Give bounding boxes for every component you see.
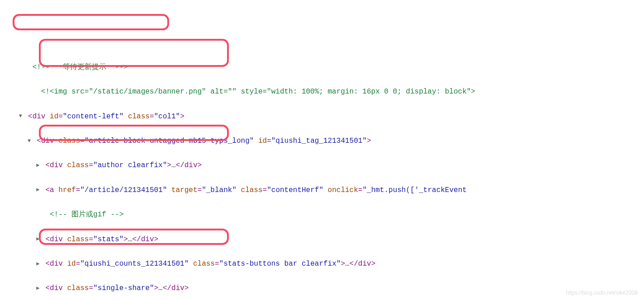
code-line: <!-- 图片或gif -->	[0, 209, 644, 221]
code-line[interactable]: <div class="article block untagged mb15 …	[0, 135, 644, 147]
expand-arrow[interactable]	[35, 259, 41, 268]
code-line[interactable]: <div class="stats">…</div>	[0, 234, 644, 246]
code-line-content-left[interactable]: <div id="content-left" class="col1">	[0, 111, 644, 123]
dom-tree: <!-- 等待更新提示 --> <!<img src="/static/imag…	[0, 49, 644, 300]
code-line[interactable]: <div id="qiushi_counts_121341501" class=…	[0, 258, 644, 270]
expand-arrow[interactable]	[17, 112, 24, 121]
expand-arrow[interactable]	[35, 185, 41, 194]
expand-arrow[interactable]	[35, 284, 41, 293]
expand-arrow[interactable]	[26, 136, 33, 145]
expand-arrow[interactable]	[35, 234, 41, 244]
code-line: <!<img src="/static/images/banner.png" a…	[0, 86, 644, 98]
code-line[interactable]: <div class="single-share">…</div>	[0, 282, 644, 295]
code-line-article-link-1[interactable]: <a href="/article/121341501" target="_bl…	[0, 184, 644, 197]
code-line: <!-- 等待更新提示 -->	[0, 61, 644, 74]
highlight-annotation	[13, 14, 169, 30]
code-line[interactable]: <div class="author clearfix">…</div>	[0, 159, 644, 172]
expand-arrow[interactable]	[35, 161, 41, 170]
watermark: https://blog.csdn.net/sike2008	[566, 288, 638, 297]
